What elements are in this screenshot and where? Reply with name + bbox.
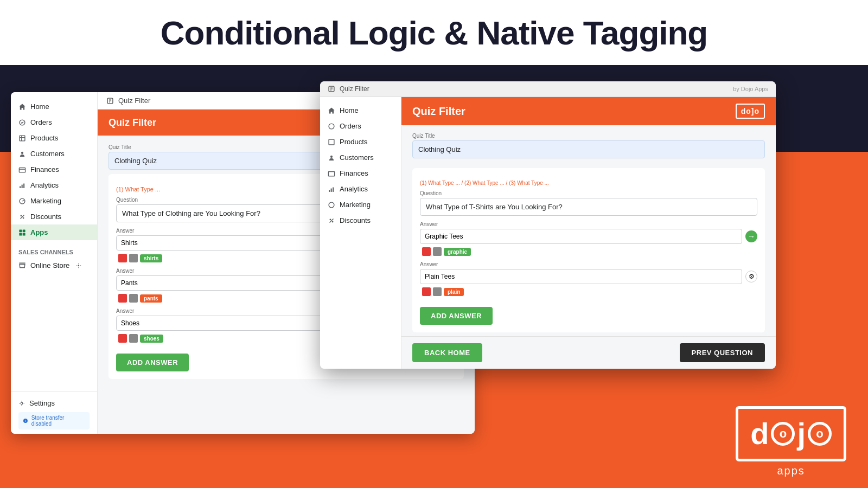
w2-sidebar-analytics[interactable]: Analytics <box>320 181 401 197</box>
sidebar-item-home[interactable]: Home <box>11 99 97 114</box>
app-header-title-1: Quiz Filter <box>108 117 156 129</box>
edit-btn-1c[interactable] <box>129 334 138 343</box>
w2-discounts-icon <box>328 217 335 224</box>
w2-products-icon <box>328 138 335 146</box>
win2-answer-row-b: ⚙ <box>420 269 757 284</box>
chrome-label-2: Quiz Filter <box>340 85 369 93</box>
win2-answer-input-b[interactable] <box>420 269 742 284</box>
delete-btn-1a[interactable] <box>118 254 127 262</box>
sidebar-item-discounts[interactable]: Discounts <box>11 209 97 224</box>
sidebar-label-finances: Finances <box>30 165 59 174</box>
settings-label: Settings <box>29 399 55 407</box>
svg-rect-25 <box>331 188 332 191</box>
online-store-label: Online Store <box>30 261 69 269</box>
sidebar-item-customers[interactable]: Customers <box>11 146 97 162</box>
delete-btn-1c[interactable] <box>118 334 127 343</box>
w2-sidebar-customers[interactable]: Customers <box>320 150 401 165</box>
gear-btn-2b[interactable]: ⚙ <box>745 271 757 282</box>
dojo-text-d: d <box>750 419 769 449</box>
add-answer-btn-1[interactable]: ADD ANSWER <box>116 354 189 371</box>
prev-question-btn[interactable]: PREV QUESTION <box>680 343 765 362</box>
w2-sidebar-discounts[interactable]: Discounts <box>320 213 401 228</box>
win2-quiz-title-label: Quiz Title <box>412 133 765 139</box>
online-store-settings-icon <box>75 262 82 269</box>
win2-edit-btn-b[interactable] <box>433 287 442 296</box>
win2-delete-btn-b[interactable] <box>422 287 431 296</box>
svg-point-14 <box>78 265 79 266</box>
settings-item[interactable]: Settings <box>18 396 90 410</box>
dojo-logo-large: d o j o apps <box>736 406 846 477</box>
delete-btn-1b[interactable] <box>118 294 127 303</box>
sidebar-item-products[interactable]: Products <box>11 130 97 146</box>
sidebar-bottom: Settings i Store transfer disabled <box>11 391 97 434</box>
svg-point-9 <box>23 217 24 219</box>
sidebar-item-analytics[interactable]: Analytics <box>11 177 97 193</box>
arrow-btn-a[interactable]: → <box>745 230 757 242</box>
win2-bottom-buttons: BACK HOME PREV QUESTION <box>401 336 776 369</box>
sidebar-item-marketing[interactable]: Marketing <box>11 193 97 209</box>
svg-rect-11 <box>23 229 25 232</box>
add-answer-btn-2[interactable]: ADD ANSWER <box>420 307 493 325</box>
win2-answer-row-a: → <box>420 229 757 244</box>
back-home-btn[interactable]: BACK HOME <box>412 343 482 362</box>
tag-btn-1b[interactable]: pants <box>140 294 162 303</box>
sidebar-2: Home Orders Products Customers Finances <box>320 97 401 369</box>
sidebar-item-online-store[interactable]: Online Store <box>18 258 90 273</box>
svg-rect-6 <box>23 183 24 188</box>
by-label-2: by Dojo Apps <box>733 86 768 92</box>
svg-rect-12 <box>19 233 22 235</box>
w2-home-icon <box>328 107 335 114</box>
svg-rect-26 <box>333 187 334 191</box>
win2-tag-btn-b[interactable]: plain <box>444 288 464 296</box>
finances-icon <box>18 166 26 174</box>
win2-answer-input-a[interactable] <box>420 229 742 244</box>
svg-point-15 <box>21 402 23 404</box>
sidebar-label-analytics: Analytics <box>30 181 59 189</box>
page-title: Conditional Logic & Native Tagging <box>161 14 708 52</box>
w2-sidebar-orders[interactable]: Orders <box>320 118 401 134</box>
w2-sidebar-marketing[interactable]: Marketing <box>320 197 401 213</box>
win2-edit-btn-a[interactable] <box>433 247 442 256</box>
svg-rect-1 <box>20 136 25 141</box>
win2-question-label: Question <box>420 190 757 196</box>
sidebar-label-discounts: Discounts <box>30 213 61 221</box>
sidebar-item-apps[interactable]: Apps <box>11 224 97 240</box>
w2-analytics-icon <box>328 185 335 193</box>
sidebar-label-orders: Orders <box>30 118 52 126</box>
home-icon <box>18 103 26 111</box>
edit-btn-1a[interactable] <box>129 254 138 262</box>
tag-btn-1a[interactable]: shirts <box>140 254 162 262</box>
sidebar-item-finances[interactable]: Finances <box>11 162 97 177</box>
svg-rect-24 <box>329 190 330 192</box>
sidebar-item-orders[interactable]: Orders <box>11 114 97 130</box>
win2-header-title: Quiz Filter <box>412 105 465 118</box>
sales-channels-label: Sales channels <box>18 246 90 258</box>
quiz-filter-icon <box>106 97 114 105</box>
shopify-window-2: Quiz Filter by Dojo Apps Home Orders Pro… <box>320 81 776 369</box>
customers-icon <box>18 150 26 158</box>
edit-btn-1b[interactable] <box>129 294 138 303</box>
store-transfer-label: Store transfer disabled <box>31 415 85 427</box>
w2-customers-icon <box>328 154 335 162</box>
win2-question-section: (1) What Type ... / (2) What Type ... / … <box>412 168 765 332</box>
win2-answer-list: Answer → graphic Answer <box>420 221 757 296</box>
tag-btn-1c[interactable]: shoes <box>140 335 163 343</box>
chrome-label-1: Quiz Filter <box>118 97 150 105</box>
sidebar-1: Home Orders Products Customers Finances … <box>11 92 98 434</box>
svg-point-8 <box>21 215 22 216</box>
win2-delete-btn-a[interactable] <box>422 247 431 256</box>
quiz-filter-icon-2 <box>328 85 335 93</box>
w2-sidebar-finances[interactable]: Finances <box>320 165 401 181</box>
svg-rect-4 <box>20 186 21 188</box>
win2-app-header: Quiz Filter do]o <box>401 97 776 125</box>
win2-answer-actions-a: graphic <box>420 247 757 256</box>
win2-title-section: Quiz Title <box>412 133 765 164</box>
dojo-apps-text: apps <box>777 465 805 477</box>
w2-sidebar-home[interactable]: Home <box>320 102 401 118</box>
win2-tag-btn-a[interactable]: graphic <box>444 248 471 256</box>
w2-analytics-label: Analytics <box>340 185 368 193</box>
w2-sidebar-products[interactable]: Products <box>320 134 401 150</box>
win2-quiz-title-input[interactable] <box>412 140 765 158</box>
win2-breadcrumb: (1) What Type ... / (2) What Type ... / … <box>420 176 757 190</box>
win2-question-input[interactable] <box>420 198 757 216</box>
